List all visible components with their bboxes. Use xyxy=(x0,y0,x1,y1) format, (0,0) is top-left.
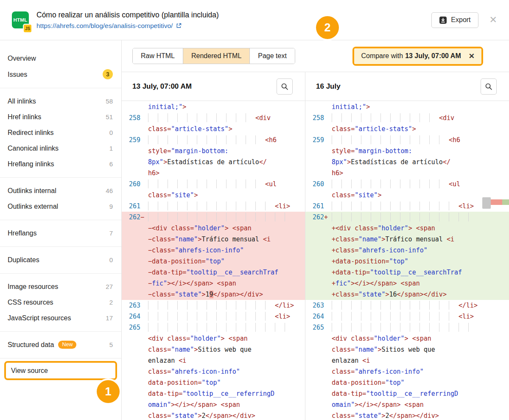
code-row: 265 xyxy=(305,322,509,333)
code-row: data-position="top" xyxy=(305,377,509,388)
search-button-left[interactable] xyxy=(277,78,293,95)
indent-guide xyxy=(449,212,459,223)
indent-guide xyxy=(216,311,226,322)
code-row: 258<div xyxy=(122,112,305,123)
compare-close-icon[interactable]: ✕ xyxy=(469,52,475,61)
indent-guide xyxy=(207,300,216,311)
indent-guide xyxy=(341,112,351,123)
code-row: −data-tip="tooltip__ce__searchTraf xyxy=(122,267,305,278)
indent-guide xyxy=(177,322,187,333)
indent-guide xyxy=(371,179,380,190)
sidebar-item-href-inlinks[interactable]: Href inlinks51 xyxy=(0,109,121,125)
tab-raw-html[interactable]: Raw HTML xyxy=(133,48,183,64)
indent-guide xyxy=(380,300,390,311)
code-row: enlazan <i xyxy=(122,355,305,366)
code-row: class="name">Sitios web que xyxy=(305,344,509,355)
indent-guide xyxy=(177,112,187,123)
scrollbar-thumb[interactable] xyxy=(482,197,491,209)
page-url-link[interactable]: https://ahrefs.com/blog/es/analisis-comp… xyxy=(36,22,219,30)
sidebar-item-count: 17 xyxy=(106,313,113,323)
indent-guide xyxy=(420,201,429,212)
indent-guide xyxy=(449,201,459,212)
indent-guide xyxy=(420,112,429,123)
indent-guide xyxy=(265,212,275,223)
sidebar-item-view-source[interactable]: View source xyxy=(6,363,115,378)
sidebar-item-canonical-inlinks[interactable]: Canonical inlinks1 xyxy=(0,140,121,156)
indent-guide xyxy=(148,134,158,146)
sidebar-item-duplicates[interactable]: Duplicates0 xyxy=(0,252,121,268)
indent-guide xyxy=(216,322,226,333)
sidebar-item-count: 46 xyxy=(106,186,113,196)
diff-panes: 13 July, 07:00 AM initial;">258<divclass… xyxy=(122,72,509,420)
sidebar-item-hreflang-inlinks[interactable]: Hreflang inlinks6 xyxy=(0,156,121,172)
sidebar-item-all-inlinks[interactable]: All inlinks58 xyxy=(0,93,121,109)
sidebar-item-overview[interactable]: Overview xyxy=(0,50,121,66)
download-icon xyxy=(439,16,447,24)
code-row: +class="ahrefs-icon-info" xyxy=(305,245,509,256)
indent-guide xyxy=(246,134,255,146)
indent-guide xyxy=(148,300,158,311)
indent-guide xyxy=(246,212,255,223)
indent-guide xyxy=(197,322,207,333)
indent-guide xyxy=(341,212,351,223)
search-button-right[interactable] xyxy=(481,78,497,95)
code-row: enlazan <i xyxy=(305,355,509,366)
page-title: Cómo realizar un análisis competitivo (p… xyxy=(36,11,219,20)
indent-guide xyxy=(168,112,177,123)
code-row: class="ahrefs-icon-info" xyxy=(122,366,305,377)
tab-rendered-html[interactable]: Rendered HTML xyxy=(183,48,250,64)
pane-right-header: 16 July xyxy=(305,72,509,101)
indent-guide xyxy=(275,212,285,223)
export-label: Export xyxy=(451,16,470,24)
code-body-left: initial;">258<divclass="article-stats">2… xyxy=(122,101,305,420)
sidebar-item-outlinks-external[interactable]: Outlinks external9 xyxy=(0,199,121,214)
compare-bar[interactable]: Compare with 13 July, 07:00 AM ✕ xyxy=(354,48,481,64)
sidebar-item-count: 27 xyxy=(106,282,113,291)
code-row: class="site"> xyxy=(122,190,305,201)
main-panel: Raw HTMLRendered HTMLPage text Compare w… xyxy=(122,40,509,420)
indent-guide xyxy=(429,212,439,223)
indent-guide xyxy=(351,322,361,333)
indent-guide xyxy=(216,134,226,146)
indent-guide xyxy=(341,134,351,146)
sidebar-item-structured-data[interactable]: Structured dataNew5 xyxy=(0,337,121,353)
pane-left-header: 13 July, 07:00 AM xyxy=(122,72,305,101)
indent-guide xyxy=(459,212,468,223)
code-row: class="state">2</span></div> xyxy=(122,410,305,420)
indent-guide xyxy=(177,134,187,146)
code-row: +data-position="top" xyxy=(305,256,509,267)
indent-guide xyxy=(246,201,255,212)
indent-guide xyxy=(216,179,226,190)
indent-guide xyxy=(439,322,449,333)
indent-guide xyxy=(361,311,371,322)
indent-guide xyxy=(207,311,216,322)
sidebar-item-javascript-resources[interactable]: JavaScript resources17 xyxy=(0,310,121,326)
export-button[interactable]: Export xyxy=(431,12,478,28)
sidebar-item-label: Structured data xyxy=(8,340,54,350)
close-icon[interactable]: ✕ xyxy=(489,15,497,25)
sidebar-item-redirect-inlinks[interactable]: Redirect inlinks0 xyxy=(0,125,121,140)
indent-guide xyxy=(410,112,420,123)
indent-guide xyxy=(439,201,449,212)
indent-guide xyxy=(246,311,255,322)
indent-guide xyxy=(341,311,351,322)
indent-guide xyxy=(265,311,275,322)
sidebar-item-issues[interactable]: Issues3 xyxy=(0,66,121,82)
sidebar-item-label: JavaScript resources xyxy=(8,313,71,323)
tab-page-text[interactable]: Page text xyxy=(250,48,295,64)
code-row: 258<div xyxy=(305,112,509,123)
sidebar-item-css-resources[interactable]: CSS resources2 xyxy=(0,294,121,310)
indent-guide xyxy=(361,201,371,212)
diff-marker-removed xyxy=(491,199,502,205)
indent-guide xyxy=(216,212,226,223)
sidebar-item-image-resources[interactable]: Image resources27 xyxy=(0,279,121,294)
code-row: −<div class="holder"> <span xyxy=(122,223,305,234)
sidebar-item-outlinks-internal[interactable]: Outlinks internal46 xyxy=(0,183,121,199)
indent-guide xyxy=(168,300,177,311)
code-row: 260<ul xyxy=(305,179,509,190)
indent-guide xyxy=(332,212,341,223)
indent-guide xyxy=(265,201,275,212)
sidebar-item-hreflangs[interactable]: Hreflangs7 xyxy=(0,225,121,241)
indent-guide xyxy=(148,201,158,212)
indent-guide xyxy=(168,322,177,333)
